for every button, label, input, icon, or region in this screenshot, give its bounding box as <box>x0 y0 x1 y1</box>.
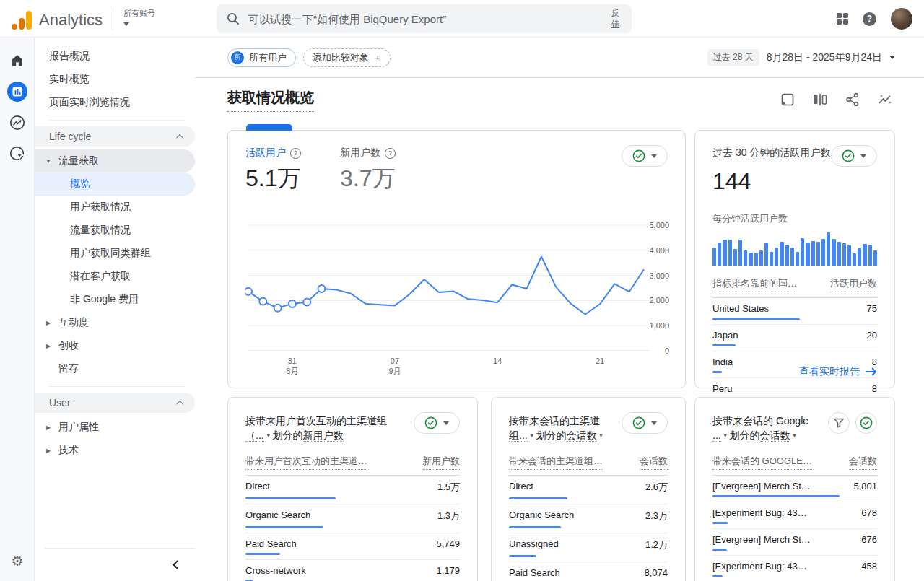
insights-icon[interactable] <box>878 92 892 107</box>
sidebar-item-label: 概览 <box>70 178 90 191</box>
check-circle-icon <box>424 416 437 429</box>
sidebar-item[interactable]: ▶技术 <box>35 439 195 462</box>
sidebar-item[interactable]: 概览 <box>35 172 195 196</box>
data-quality-dropdown[interactable] <box>622 412 668 434</box>
feedback-link[interactable]: 反馈 <box>611 8 622 30</box>
sidebar-item[interactable]: 实时概览 <box>35 68 195 91</box>
minute-bar <box>842 243 846 266</box>
table-row: Cross-network1,179 <box>245 560 460 581</box>
row-label: India <box>712 357 733 367</box>
sessions-channel-table: Direct2.6万Organic Search2.3万Unassigned1.… <box>509 476 668 581</box>
chevron-right-icon[interactable]: ▶ <box>43 343 53 349</box>
divider <box>49 386 185 387</box>
page-title[interactable]: 获取情况概览 <box>227 88 314 112</box>
minute-bar <box>785 245 789 266</box>
nav-section-header[interactable]: Life cycle <box>35 126 195 147</box>
filter-button[interactable] <box>828 412 850 434</box>
chevron-up-icon <box>176 400 183 407</box>
svg-text:2,000: 2,000 <box>649 296 669 305</box>
realtime-title[interactable]: 过去 30 分钟的活跃用户数 <box>712 147 830 160</box>
rail-reports-button[interactable] <box>0 76 35 107</box>
admin-gear-button[interactable]: ⚙ <box>0 553 35 569</box>
rail-advertising-button[interactable] <box>0 138 35 169</box>
sidebar-item[interactable]: 潜在客户获取 <box>35 265 195 288</box>
sidebar-item-label: 互动度 <box>58 316 89 329</box>
minute-bar <box>806 243 809 266</box>
chevron-right-icon[interactable]: ▶ <box>43 447 53 454</box>
title-segment: 划分的 <box>273 429 303 441</box>
add-comparison-chip[interactable]: 添加比较对象 + <box>303 48 391 67</box>
metric-active-users[interactable]: 活跃用户 ? 5.1万 <box>245 147 301 195</box>
sidebar-item[interactable]: 非 Google 费用 <box>35 288 195 311</box>
share-icon[interactable] <box>845 92 860 107</box>
account-picker[interactable]: 所有账号 <box>123 9 155 27</box>
users-overview-card: 活跃用户 ? 5.1万 新用户数 ? 3.7万 <box>227 130 686 388</box>
search-input[interactable] <box>248 13 611 25</box>
row-value-bar <box>712 549 727 551</box>
svg-text:9月: 9月 <box>388 367 401 375</box>
sidebar-item[interactable]: 用户获取同类群组 <box>35 242 195 265</box>
data-quality-dropdown[interactable] <box>414 412 460 434</box>
realtime-card: 过去 30 分钟的活跃用户数 144 每分钟活跃用户数 指标排名靠前的国… 活跃… <box>694 130 895 388</box>
metric-new-users[interactable]: 新用户数 ? 3.7万 <box>340 147 396 195</box>
new-users-by-channel-card: 按带来用户首次互动的主渠道组（...▼划分的新用户数 带来用户首次互动的主渠道…… <box>227 397 478 581</box>
svg-text:21: 21 <box>596 357 604 365</box>
rail-home-button[interactable] <box>0 45 35 76</box>
title-segment[interactable]: 新用户数 <box>303 429 344 442</box>
sidebar-item[interactable]: ▶用户属性 <box>35 416 195 439</box>
row-value-bar <box>712 318 800 320</box>
table-row: Direct1.5万 <box>245 476 460 504</box>
sidebar-item[interactable]: 页面实时浏览情况 <box>35 91 195 114</box>
table-row: United States75 <box>712 298 877 325</box>
svg-text:8月: 8月 <box>286 367 298 375</box>
row-value: 676 <box>861 534 877 545</box>
sidebar-item[interactable]: ▶创收 <box>35 334 195 357</box>
data-quality-dropdown[interactable] <box>622 145 668 167</box>
metric-help-icon[interactable]: ? <box>290 148 301 159</box>
segment-chip-all-users[interactable]: 所 所有用户 <box>227 48 296 67</box>
data-quality-button[interactable] <box>855 412 877 434</box>
apps-grid-icon[interactable] <box>837 13 848 25</box>
row-value-bar <box>509 497 567 499</box>
sidebar-item[interactable]: ▼流量获取 <box>35 149 195 172</box>
nav-section-header[interactable]: User <box>35 393 195 413</box>
minute-bar <box>847 245 851 266</box>
minute-bar <box>796 252 799 266</box>
title-segment: 划分的 <box>730 429 760 441</box>
row-value-bar <box>509 526 561 528</box>
chevron-down-icon <box>889 56 895 59</box>
chevron-right-icon[interactable]: ▶ <box>43 424 53 431</box>
metric-help-icon[interactable]: ? <box>385 148 396 159</box>
data-quality-dropdown[interactable] <box>831 145 877 167</box>
title-segment[interactable]: 会话数 <box>760 429 790 442</box>
segment-chip-icon: 所 <box>231 51 244 64</box>
picker-arrow-icon: ▼ <box>529 432 535 439</box>
comparison-icon[interactable] <box>813 92 827 107</box>
row-value: 1.5万 <box>437 481 460 494</box>
minute-bar <box>832 239 835 266</box>
sidebar-item[interactable]: 流量获取情况 <box>35 219 195 242</box>
analytics-logo[interactable]: Analytics <box>0 8 103 30</box>
title-segment: 按 <box>509 415 519 427</box>
view-realtime-report-link[interactable]: 查看实时报告 <box>799 365 877 378</box>
title-segment: 划分的 <box>536 429 567 441</box>
collapse-sidebar-icon[interactable] <box>173 560 182 569</box>
help-icon[interactable]: ? <box>863 12 876 26</box>
sidebar-item[interactable]: 留存 <box>35 357 195 380</box>
sidebar-item[interactable]: 用户获取情况 <box>35 196 195 219</box>
row-value-bar <box>245 526 323 528</box>
row-label: [Experiment Bug: 43… <box>712 507 807 518</box>
rail-explore-button[interactable] <box>0 107 35 138</box>
search-bar[interactable]: 反馈 <box>217 4 632 33</box>
report-navigation-sidebar: 报告概况实时概览页面实时浏览情况Life cycle▼流量获取概览用户获取情况流… <box>35 38 195 581</box>
chevron-down-icon[interactable]: ▼ <box>43 158 53 165</box>
title-segment[interactable]: 会话数 <box>567 429 597 442</box>
chevron-right-icon[interactable]: ▶ <box>43 320 53 326</box>
notes-icon[interactable] <box>780 92 795 107</box>
sidebar-item[interactable]: 报告概况 <box>35 45 195 68</box>
date-range-picker[interactable]: 过去 28 天 8月28日 - 2025年9月24日 <box>707 49 895 66</box>
sidebar-item-label: 潜在客户获取 <box>70 270 131 283</box>
row-value: 2.3万 <box>645 510 668 523</box>
avatar[interactable] <box>891 8 912 30</box>
sidebar-item[interactable]: ▶互动度 <box>35 311 195 334</box>
